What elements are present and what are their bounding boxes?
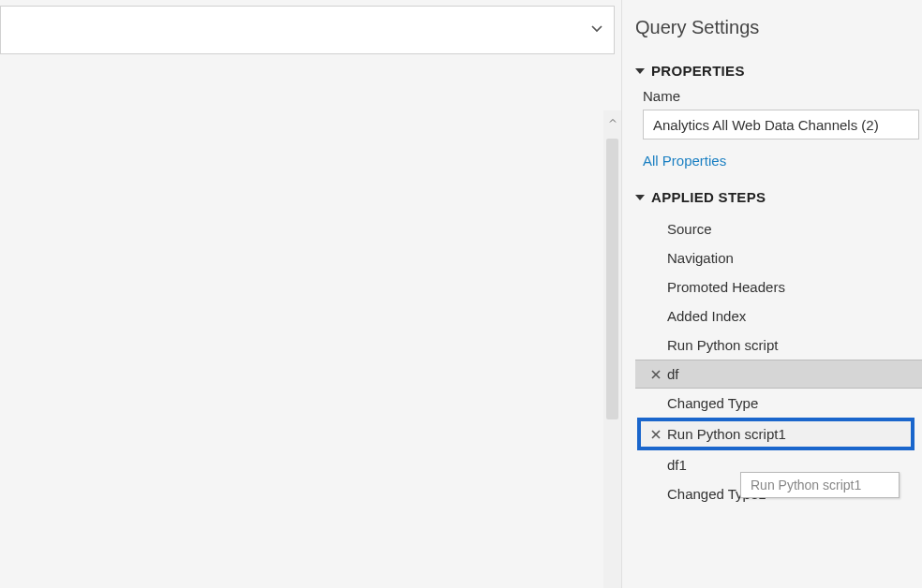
panel-title: Query Settings — [635, 17, 922, 38]
step-label: Source — [667, 221, 712, 237]
step-run-python-script1[interactable]: Run Python script1 — [637, 418, 915, 450]
step-run-python-script[interactable]: Run Python script — [641, 331, 916, 360]
step-label: Added Index — [667, 308, 746, 324]
properties-header[interactable]: PROPERTIES — [635, 63, 922, 79]
scrollbar-thumb[interactable] — [606, 139, 618, 419]
properties-header-label: PROPERTIES — [651, 63, 745, 79]
step-label: Changed Type — [667, 395, 758, 411]
applied-steps-header[interactable]: APPLIED STEPS — [635, 189, 922, 205]
delete-step-icon[interactable] — [648, 367, 663, 382]
applied-steps-header-label: APPLIED STEPS — [651, 189, 766, 205]
applied-steps-list: Source Navigation Promoted Headers Added… — [641, 214, 922, 508]
svg-marker-0 — [635, 68, 645, 74]
delete-step-icon[interactable] — [648, 427, 663, 442]
step-changed-type[interactable]: Changed Type — [641, 389, 916, 418]
main-content-pane — [0, 0, 621, 588]
step-source[interactable]: Source — [641, 214, 916, 243]
chevron-down-icon[interactable] — [587, 20, 606, 41]
caret-down-icon — [635, 63, 647, 79]
step-tooltip: Run Python script1 — [740, 472, 900, 498]
step-label: df1 — [667, 457, 687, 473]
step-label: Run Python script1 — [667, 426, 786, 442]
tooltip-text: Run Python script1 — [751, 478, 861, 492]
step-label: Navigation — [667, 250, 734, 266]
step-label: df — [667, 366, 679, 382]
vertical-scrollbar[interactable] — [603, 110, 621, 588]
query-name-input[interactable] — [643, 110, 919, 140]
formula-bar-dropdown[interactable] — [0, 6, 615, 54]
scroll-up-icon[interactable] — [603, 110, 621, 131]
name-label: Name — [643, 88, 922, 104]
svg-marker-1 — [635, 195, 645, 200]
step-promoted-headers[interactable]: Promoted Headers — [641, 272, 916, 301]
step-label: Run Python script — [667, 337, 778, 353]
query-settings-panel: Query Settings PROPERTIES Name All Prope… — [621, 0, 922, 588]
properties-body: Name All Properties — [639, 88, 922, 169]
step-added-index[interactable]: Added Index — [641, 301, 916, 331]
step-label: Promoted Headers — [667, 279, 785, 295]
caret-down-icon — [635, 189, 647, 205]
all-properties-link[interactable]: All Properties — [643, 153, 922, 169]
step-df[interactable]: df — [635, 360, 922, 389]
step-navigation[interactable]: Navigation — [641, 243, 916, 272]
